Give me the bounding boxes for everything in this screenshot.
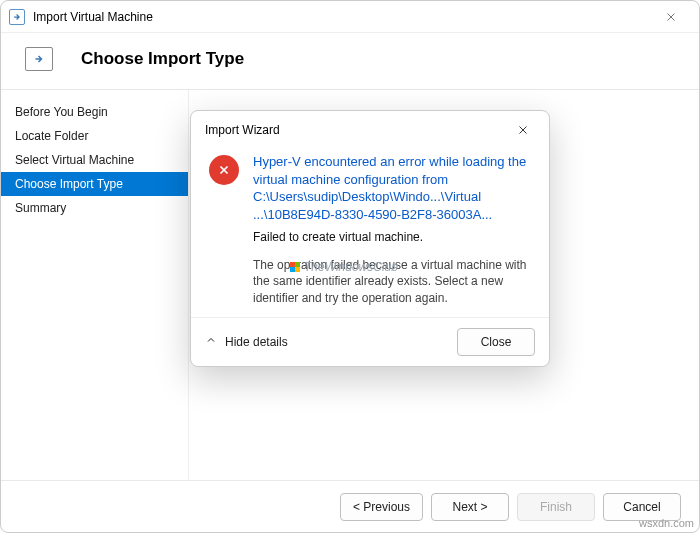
titlebar: Import Virtual Machine — [1, 1, 699, 33]
step-choose-import-type[interactable]: Choose Import Type — [1, 172, 188, 196]
error-subtitle: Failed to create virtual machine. — [253, 229, 531, 246]
window-close-button[interactable] — [651, 3, 691, 31]
page-title: Choose Import Type — [81, 49, 244, 69]
dialog-close-icon[interactable] — [511, 118, 535, 142]
error-heading: Hyper-V encountered an error while loadi… — [253, 153, 531, 223]
step-locate-folder[interactable]: Locate Folder — [1, 124, 188, 148]
step-before-you-begin[interactable]: Before You Begin — [1, 100, 188, 124]
previous-button[interactable]: < Previous — [340, 493, 423, 521]
finish-button: Finish — [517, 493, 595, 521]
window-title: Import Virtual Machine — [33, 10, 153, 24]
wizard-footer: < Previous Next > Finish Cancel — [1, 480, 699, 532]
error-detail: The operation failed because a virtual m… — [253, 257, 531, 307]
step-select-virtual-machine[interactable]: Select Virtual Machine — [1, 148, 188, 172]
wizard-header: Choose Import Type — [1, 33, 699, 90]
step-summary[interactable]: Summary — [1, 196, 188, 220]
app-icon — [9, 9, 25, 25]
hide-details-label: Hide details — [225, 335, 288, 349]
chevron-up-icon — [205, 334, 217, 349]
wizard-steps-sidebar: Before You Begin Locate Folder Select Vi… — [1, 90, 189, 480]
watermark-corner: wsxdn.com — [639, 517, 694, 529]
dialog-titlebar: Import Wizard — [191, 111, 549, 149]
hide-details-toggle[interactable]: Hide details — [205, 334, 288, 349]
dialog-close-button[interactable]: Close — [457, 328, 535, 356]
error-dialog: Import Wizard Hyper-V encountered an err… — [190, 110, 550, 367]
next-button[interactable]: Next > — [431, 493, 509, 521]
page-icon — [25, 47, 53, 71]
error-icon — [209, 155, 239, 185]
dialog-title: Import Wizard — [205, 123, 280, 137]
